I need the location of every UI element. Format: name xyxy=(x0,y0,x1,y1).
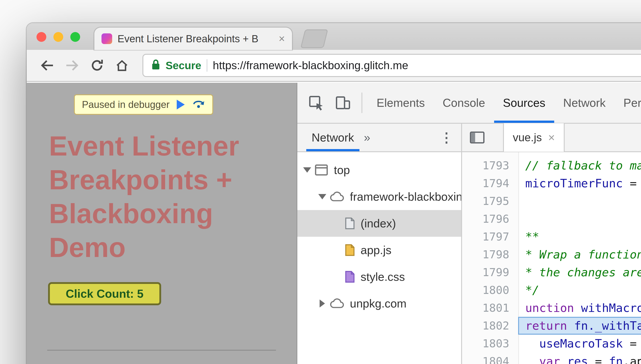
line-number[interactable]: 1800 xyxy=(462,281,518,299)
toolbar-divider xyxy=(362,92,362,113)
browser-window: Event Listener Breakpoints + B × Secure … xyxy=(27,23,641,364)
tree-item-index[interactable]: (index) xyxy=(297,210,461,237)
doc-yellow-icon xyxy=(344,244,355,257)
browser-tab[interactable]: Event Listener Breakpoints + B × xyxy=(94,28,292,50)
tab-performance[interactable]: Performance xyxy=(614,83,641,123)
tree-item-unpkg-com[interactable]: unpkg.com xyxy=(297,290,461,317)
tab-elements[interactable]: Elements xyxy=(368,83,434,123)
click-count-button[interactable]: Click Count: 5 xyxy=(48,282,161,305)
forward-button[interactable] xyxy=(60,54,84,77)
browser-toolbar: Secure https://framework-blackboxing.gli… xyxy=(27,50,641,82)
inspect-icon[interactable] xyxy=(303,83,330,123)
security-label[interactable]: Secure xyxy=(166,60,201,72)
disclosure-closed-icon[interactable] xyxy=(316,300,328,308)
code-text[interactable]: * the changes are queued using a Task in… xyxy=(518,264,641,281)
line-number[interactable]: 1795 xyxy=(462,192,518,210)
code-text[interactable]: return fn._withTask || (fn._withTask = f… xyxy=(518,317,641,335)
line-number[interactable]: 1793 xyxy=(462,157,518,174)
back-button[interactable] xyxy=(36,54,59,77)
window-content: Paused in debugger Event Listener Breakp… xyxy=(27,83,641,364)
line-number[interactable]: 1804 xyxy=(462,352,518,364)
line-number[interactable]: 1798 xyxy=(462,246,518,264)
traffic-lights xyxy=(36,32,80,42)
doc-gray-icon xyxy=(344,217,355,230)
favicon-icon xyxy=(102,33,112,44)
code-text[interactable]: unction withMacroTask (fn) { xyxy=(518,299,641,317)
omnibox-divider xyxy=(206,59,208,72)
code-line-1793: 1793// fallback to macro xyxy=(462,157,641,174)
code-line-1796: 1796 xyxy=(462,210,641,228)
file-tree: topframework-blackboxing.glitch.me(index… xyxy=(297,152,461,364)
new-tab-button[interactable] xyxy=(300,29,328,48)
code-text[interactable] xyxy=(518,192,641,210)
editor-tab-vuejs[interactable]: vue.js × xyxy=(503,123,565,152)
tree-item-label: unpkg.com xyxy=(350,297,406,310)
home-button[interactable] xyxy=(110,54,134,77)
line-number[interactable]: 1802 xyxy=(462,317,518,335)
zoom-window-button[interactable] xyxy=(70,32,80,42)
minimize-window-button[interactable] xyxy=(54,32,63,42)
close-window-button[interactable] xyxy=(36,32,46,42)
line-number[interactable]: 1794 xyxy=(462,174,518,192)
tab-network[interactable]: Network xyxy=(554,83,614,123)
tree-item-top[interactable]: top xyxy=(297,157,461,183)
reload-button[interactable] xyxy=(86,54,108,77)
code-text[interactable]: microTimerFunc = macroTimerFunc; xyxy=(518,174,641,192)
banner-resume-icon[interactable] xyxy=(177,100,185,110)
navigator-tab-network[interactable]: Network xyxy=(306,124,360,151)
lock-icon xyxy=(151,57,160,74)
heading-line: Blackboxing xyxy=(49,197,239,230)
tree-item-framework-blackboxing-glitch-me[interactable]: framework-blackboxing.glitch.me xyxy=(297,183,461,210)
paused-banner-label: Paused in debugger xyxy=(82,99,170,110)
address-bar[interactable]: Secure https://framework-blackboxing.gli… xyxy=(142,54,641,77)
code-text[interactable]: * Wrap a function so that if any code in… xyxy=(518,246,641,264)
tab-title: Event Listener Breakpoints + B xyxy=(118,33,273,45)
code-line-1795: 1795 xyxy=(462,192,641,210)
tree-item-label: framework-blackboxing.glitch.me xyxy=(350,190,461,203)
code-line-1797: 1797** xyxy=(462,228,641,246)
code-line-1800: 1800*/ xyxy=(462,281,641,299)
line-number[interactable]: 1797 xyxy=(462,228,518,246)
line-number[interactable]: 1801 xyxy=(462,299,518,317)
device-toolbar-icon[interactable] xyxy=(330,83,356,123)
code-text[interactable]: var res = fn.apply(null, arguments); xyxy=(518,352,641,364)
heading-line: Event Listener xyxy=(49,129,239,163)
heading-line: Demo xyxy=(49,230,239,264)
code-line-1803: 1803 useMacroTask = true; xyxy=(462,335,641,352)
banner-step-over-icon[interactable] xyxy=(192,98,205,111)
tab-console[interactable]: Console xyxy=(434,83,494,123)
disclosure-open-icon[interactable] xyxy=(316,194,328,199)
code-line-1802: 1802return fn._withTask || (fn._withTask… xyxy=(462,317,641,335)
code-text[interactable]: useMacroTask = true; xyxy=(518,335,641,352)
browser-tab-strip: Event Listener Breakpoints + B × xyxy=(27,23,641,50)
page-viewport: Paused in debugger Event Listener Breakp… xyxy=(27,83,296,364)
line-number[interactable]: 1803 xyxy=(462,335,518,352)
code-text[interactable] xyxy=(518,210,641,228)
code-line-1798: 1798* Wrap a function so that if any cod… xyxy=(462,246,641,264)
code-text[interactable]: ** xyxy=(518,228,641,246)
url-text[interactable]: https://framework-blackboxing.glitch.me xyxy=(213,59,641,72)
heading-line: Breakpoints + xyxy=(49,163,239,197)
tree-item-label: app.js xyxy=(360,244,392,257)
doc-purple-icon xyxy=(344,270,355,284)
code-text[interactable]: */ xyxy=(518,281,641,299)
line-number[interactable]: 1796 xyxy=(462,210,518,228)
tree-item-style-css[interactable]: style.css xyxy=(297,264,461,290)
horizontal-rule xyxy=(47,350,276,351)
tree-item-app-js[interactable]: app.js xyxy=(297,237,461,264)
code-editor: 1793// fallback to macro1794microTimerFu… xyxy=(462,152,641,364)
tab-close-icon[interactable]: × xyxy=(279,33,285,44)
navigator-toggle-icon[interactable] xyxy=(462,131,492,144)
editor-tab-close-icon[interactable]: × xyxy=(548,131,555,144)
disclosure-open-icon[interactable] xyxy=(301,167,314,173)
navigator-more-tabs-icon[interactable]: » xyxy=(360,131,375,144)
line-number[interactable]: 1799 xyxy=(462,264,518,281)
navigator-menu-icon[interactable]: ⋮ xyxy=(432,130,461,145)
sources-panel: Network » ⋮ topframework-blackboxing.gli… xyxy=(297,124,641,364)
code-line-1804: 1804 var res = fn.apply(null, arguments)… xyxy=(462,352,641,364)
code-text[interactable]: // fallback to macro xyxy=(518,157,641,174)
devtools-toolbar: ElementsConsoleSourcesNetworkPerformance… xyxy=(297,83,641,124)
tree-item-label: style.css xyxy=(360,270,405,284)
tab-sources[interactable]: Sources xyxy=(494,83,554,123)
tree-item-label: (index) xyxy=(360,217,396,230)
